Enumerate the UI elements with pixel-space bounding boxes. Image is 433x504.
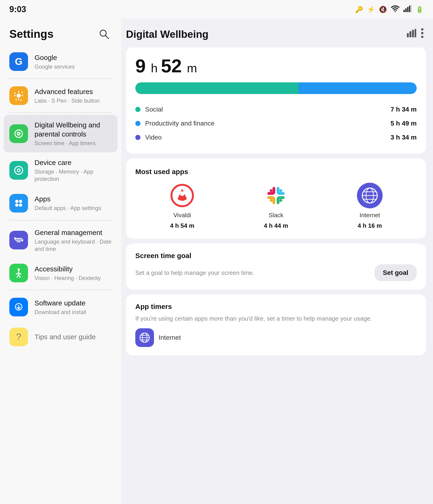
- software-update-title: Software update: [35, 298, 112, 307]
- search-icon: [99, 29, 109, 39]
- divider-1: [9, 78, 112, 79]
- svg-rect-1: [403, 10, 405, 12]
- vivaldi-name: Vivaldi: [173, 212, 191, 219]
- sidebar-item-google[interactable]: G Google Google services: [0, 47, 121, 77]
- advanced-features-subtitle: Labs · S Pen · Side button: [35, 97, 112, 104]
- app-item-internet[interactable]: Internet 4 h 16 m: [357, 183, 383, 229]
- svg-point-43: [270, 189, 272, 192]
- svg-point-25: [19, 203, 22, 207]
- wellbeing-title: Digital Wellbeing: [126, 28, 208, 40]
- video-time: 3 h 34 m: [390, 134, 417, 141]
- most-used-apps-card[interactable]: Most used apps Vivaldi 4 h 54 m: [126, 158, 426, 239]
- productivity-time: 5 h 49 m: [390, 120, 417, 127]
- screen-time-display: 9 h 52 m: [135, 57, 417, 75]
- software-update-subtitle: Download and install: [35, 308, 112, 316]
- most-used-title: Most used apps: [135, 168, 417, 176]
- slack-icon: [263, 183, 289, 208]
- svg-rect-33: [409, 31, 411, 37]
- sidebar-item-tips[interactable]: ? Tips and user guide: [0, 322, 121, 352]
- more-options-icon[interactable]: [421, 28, 424, 40]
- svg-rect-14: [21, 91, 23, 93]
- svg-rect-9: [18, 91, 19, 93]
- svg-point-8: [17, 94, 21, 98]
- software-update-icon: [9, 298, 28, 316]
- vpn-icon: 🔑: [355, 6, 363, 13]
- divider-2: [9, 112, 112, 113]
- timers-internet-icon: [135, 328, 154, 347]
- sidebar-item-digital-wellbeing[interactable]: Digital Wellbeing and parental controls …: [4, 115, 117, 152]
- tips-title: Tips and user guide: [35, 332, 112, 341]
- svg-rect-3: [407, 7, 408, 12]
- app-item-vivaldi[interactable]: Vivaldi 4 h 54 m: [169, 183, 195, 229]
- sidebar-item-device-care[interactable]: Device care Storage · Memory · App prote…: [0, 152, 121, 188]
- svg-rect-10: [18, 99, 19, 100]
- sidebar-item-software-update[interactable]: Software update Download and install: [0, 292, 121, 322]
- svg-point-46: [280, 189, 282, 192]
- apps-title: Apps: [35, 194, 112, 203]
- svg-rect-11: [14, 95, 16, 96]
- svg-rect-42: [267, 192, 274, 195]
- slack-name: Slack: [269, 212, 283, 219]
- mute-icon: 🔇: [379, 6, 387, 13]
- productivity-label: Productivity and finance: [145, 120, 214, 127]
- status-bar: 9:03 🔑 ⚡ 🔇 🔋: [0, 0, 433, 19]
- screen-time-goal-card: Screen time goal Set a goal to help mana…: [126, 243, 426, 289]
- goal-content: Set a goal to help manage your screen ti…: [135, 264, 417, 281]
- stat-row-productivity: Productivity and finance 5 h 49 m: [135, 117, 417, 130]
- general-management-icon: [9, 231, 28, 249]
- timers-app-row: Internet: [135, 328, 417, 347]
- settings-title: Settings: [9, 27, 54, 40]
- svg-rect-35: [415, 29, 416, 37]
- apps-subtitle: Default apps · App settings: [35, 204, 112, 212]
- svg-rect-26: [15, 238, 22, 239]
- chart-icon[interactable]: [407, 29, 416, 39]
- internet-name: Internet: [360, 212, 380, 219]
- accessibility-subtitle: Vision · Hearing · Dexterity: [35, 274, 112, 282]
- divider-4: [9, 290, 112, 290]
- settings-panel: Settings G Google Google services: [0, 19, 121, 504]
- app-timers-title: App timers: [135, 303, 417, 311]
- stat-row-social: Social 7 h 34 m: [135, 102, 417, 117]
- svg-point-21: [17, 169, 20, 172]
- svg-rect-45: [278, 192, 285, 195]
- search-button[interactable]: [96, 26, 112, 42]
- divider-3: [9, 220, 112, 220]
- svg-rect-13: [14, 92, 16, 94]
- timers-app-name: Internet: [159, 334, 181, 341]
- svg-rect-5: [411, 5, 412, 12]
- svg-point-24: [15, 203, 18, 207]
- set-goal-button[interactable]: Set goal: [374, 264, 417, 281]
- google-subtitle: Google services: [35, 63, 112, 70]
- accessibility-icon: [9, 264, 28, 282]
- vivaldi-icon: [169, 183, 195, 208]
- sidebar-item-accessibility[interactable]: Accessibility Vision · Hearing · Dexteri…: [0, 258, 121, 288]
- bar-social: [135, 82, 298, 94]
- settings-header: Settings: [0, 19, 121, 47]
- sidebar-item-general-management[interactable]: General management Language and keyboard…: [0, 222, 121, 258]
- screen-time-card[interactable]: 9 h 52 m Social 7 h 34 m Producti: [126, 47, 426, 154]
- device-care-title: Device care: [35, 158, 112, 167]
- svg-point-49: [280, 199, 282, 202]
- video-label: Video: [145, 134, 162, 141]
- app-timers-card: App timers If you're using certain apps …: [126, 294, 426, 355]
- svg-point-40: [180, 191, 185, 196]
- sidebar-item-advanced-features[interactable]: Advanced features Labs · S Pen · Side bu…: [0, 81, 121, 111]
- svg-rect-29: [14, 237, 16, 240]
- goal-title: Screen time goal: [135, 252, 417, 260]
- device-care-subtitle: Storage · Memory · App protection: [35, 168, 112, 182]
- app-item-slack[interactable]: Slack 4 h 44 m: [263, 183, 289, 229]
- google-title: Google: [35, 53, 112, 62]
- wellbeing-panel: Digital Wellbeing: [121, 19, 433, 504]
- digital-wellbeing-subtitle: Screen time · App timers: [35, 140, 112, 147]
- sidebar-item-apps[interactable]: Apps Default apps · App settings: [0, 188, 121, 218]
- wellbeing-header: Digital Wellbeing: [126, 26, 426, 43]
- slack-time: 4 h 44 m: [264, 222, 288, 229]
- status-time: 9:03: [9, 4, 26, 14]
- svg-rect-32: [407, 33, 409, 37]
- svg-point-31: [18, 268, 20, 271]
- wellbeing-header-icons: [407, 28, 424, 40]
- svg-point-22: [15, 200, 18, 203]
- svg-point-20: [15, 166, 23, 174]
- svg-rect-34: [412, 30, 414, 37]
- svg-rect-16: [20, 99, 22, 101]
